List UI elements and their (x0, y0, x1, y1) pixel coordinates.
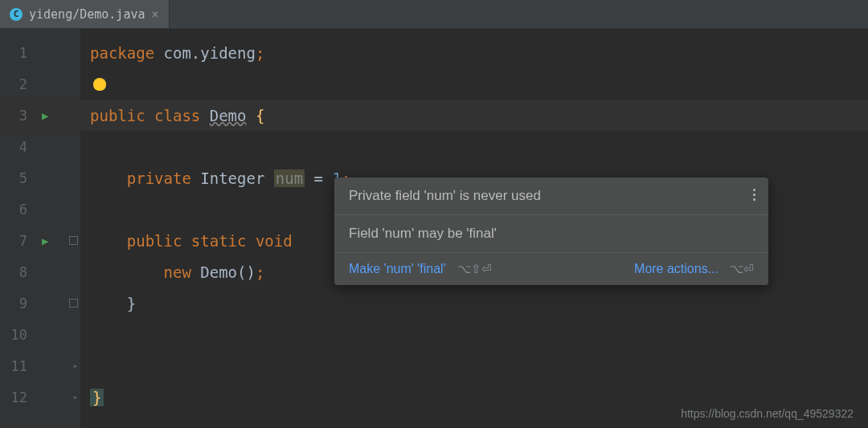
close-icon[interactable]: × (152, 7, 159, 22)
indent (90, 232, 127, 250)
class-name: Demo (210, 107, 247, 124)
keyword: class (154, 107, 210, 124)
java-class-icon: C (10, 8, 23, 21)
gutter-row[interactable]: 2 (0, 68, 80, 100)
gutter-row[interactable]: 7▶ (0, 225, 80, 256)
indent (90, 263, 164, 281)
brace: { (256, 107, 264, 124)
code-line[interactable] (80, 131, 868, 162)
line-number: 5 (0, 170, 34, 186)
gutter-row[interactable]: 12▸ (0, 381, 80, 413)
editor-tab[interactable]: C yideng/Demo.java × (0, 0, 170, 28)
gutter-row[interactable]: 8 (0, 256, 80, 287)
line-number: 1 (0, 45, 34, 61)
line-number: 3 (0, 108, 34, 124)
gutter-row[interactable]: 6 (0, 194, 80, 225)
keyword: void (256, 232, 293, 250)
gutter-row[interactable]: 3▶ (0, 100, 80, 131)
keyword: package (90, 44, 164, 62)
shortcut-hint: ⌥⏎ (730, 262, 754, 276)
inspection-popup: Private field 'num' is never used Field … (334, 177, 768, 285)
line-number: 11 (0, 358, 34, 374)
gutter-row[interactable]: 11▸ (0, 350, 80, 381)
shortcut-hint: ⌥⇧⏎ (457, 262, 492, 276)
code-line[interactable] (80, 350, 868, 381)
intention-bulb-icon[interactable] (93, 78, 106, 91)
gutter-row[interactable]: 10 (0, 319, 80, 350)
code-line[interactable]: } (80, 287, 868, 319)
gutter-row[interactable]: 4 (0, 131, 80, 162)
fold-icon[interactable]: ▸ (72, 361, 78, 371)
gutter-row[interactable]: 1 (0, 37, 80, 68)
space (246, 107, 255, 124)
line-number: 10 (0, 327, 34, 343)
keyword: public (127, 232, 191, 250)
constructor-call: Demo() (200, 263, 256, 281)
fold-icon[interactable] (69, 299, 78, 308)
gutter-row[interactable]: 9 (0, 287, 80, 319)
semicolon: ; (256, 44, 264, 62)
quick-fix-link[interactable]: Make 'num' 'final' (349, 262, 446, 276)
watermark: https://blog.csdn.net/qq_49529322 (681, 407, 854, 420)
inspection-message: Field 'num' may be 'final' (334, 215, 768, 253)
gutter: 1 2 3▶ 4 5 6 7▶ 8 9 10 11▸ 12▸ (0, 29, 80, 428)
tab-bar: C yideng/Demo.java × (0, 0, 868, 29)
inspection-message: Private field 'num' is never used (334, 177, 768, 215)
code-line[interactable]: package com.yideng; (80, 37, 868, 68)
more-actions-link[interactable]: More actions... (634, 262, 719, 276)
tab-title: yideng/Demo.java (29, 7, 145, 22)
keyword: static (191, 232, 256, 250)
brace: } (127, 295, 136, 312)
line-number: 6 (0, 202, 34, 218)
gutter-row[interactable]: 5 (0, 162, 80, 194)
keyword: public (90, 107, 154, 124)
line-number: 7 (0, 233, 34, 249)
brace: } (90, 389, 104, 406)
semicolon: ; (256, 263, 264, 281)
line-number: 4 (0, 139, 34, 155)
line-number: 12 (0, 389, 34, 406)
type: Integer (200, 169, 274, 187)
operator: = (305, 169, 332, 187)
run-gutter-icon[interactable]: ▶ (42, 234, 48, 247)
fold-icon[interactable] (69, 236, 78, 245)
line-number: 9 (0, 296, 34, 312)
popup-actions: Make 'num' 'final' ⌥⇧⏎ More actions... ⌥… (334, 253, 768, 285)
variable-highlighted: num (274, 169, 305, 187)
run-gutter-icon[interactable]: ▶ (42, 109, 48, 122)
line-number: 2 (0, 76, 34, 92)
indent (90, 295, 127, 312)
keyword: private (127, 169, 201, 187)
more-options-icon[interactable] (753, 189, 755, 201)
package-name: com.yideng (164, 44, 256, 62)
keyword: new (164, 263, 201, 281)
code-line[interactable] (80, 68, 868, 100)
line-number: 8 (0, 264, 34, 280)
code-line[interactable]: public class Demo { (80, 100, 868, 131)
code-line[interactable] (80, 319, 868, 350)
indent (90, 169, 127, 187)
editor-pane: 1 2 3▶ 4 5 6 7▶ 8 9 10 11▸ 12▸ package c… (0, 29, 868, 428)
fold-icon[interactable]: ▸ (72, 392, 78, 402)
